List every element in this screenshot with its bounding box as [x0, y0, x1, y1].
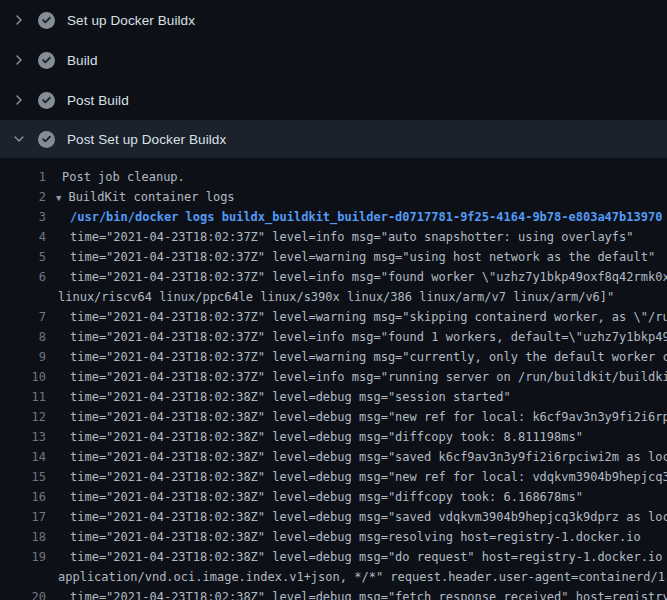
- log-line-number[interactable]: 2: [0, 187, 46, 207]
- log-line: 10time="2021-04-23T18:02:37Z" level=info…: [0, 367, 667, 387]
- log-line-text: linux/riscv64 linux/ppc64le linux/s390x …: [46, 287, 614, 307]
- log-line: 2▼BuildKit container logs: [0, 187, 667, 207]
- log-line-number[interactable]: 12: [0, 407, 46, 427]
- check-circle-icon: [38, 92, 55, 109]
- log-line: application/vnd.oci.image.index.v1+json,…: [0, 567, 667, 587]
- step-row[interactable]: Post Build: [0, 80, 667, 120]
- log-line-text: application/vnd.oci.image.index.v1+json,…: [46, 567, 667, 587]
- log-line: 11time="2021-04-23T18:02:38Z" level=debu…: [0, 387, 667, 407]
- log-line-number[interactable]: 9: [0, 347, 46, 367]
- log-line-text: time="2021-04-23T18:02:37Z" level=warnin…: [46, 307, 667, 327]
- log-line-number[interactable]: 8: [0, 327, 46, 347]
- log-line-text: ▼BuildKit container logs: [46, 187, 235, 207]
- log-line-number[interactable]: 4: [0, 227, 46, 247]
- log-line-text: time="2021-04-23T18:02:38Z" level=debug …: [46, 527, 641, 547]
- step-label: Build: [67, 53, 98, 68]
- log-line-text: time="2021-04-23T18:02:38Z" level=debug …: [46, 427, 583, 447]
- log-line-text: time="2021-04-23T18:02:37Z" level=warnin…: [46, 247, 655, 267]
- log-line-number[interactable]: 1: [0, 167, 46, 187]
- log-line-text: time="2021-04-23T18:02:38Z" level=debug …: [46, 587, 667, 600]
- check-circle-icon: [38, 12, 55, 29]
- group-title: BuildKit container logs: [68, 190, 234, 204]
- log-area: 1Post job cleanup.2▼BuildKit container l…: [0, 158, 667, 600]
- log-line: 4time="2021-04-23T18:02:37Z" level=info …: [0, 227, 667, 247]
- chevron-down-icon[interactable]: [11, 131, 27, 147]
- log-line-number[interactable]: 5: [0, 247, 46, 267]
- log-line-number[interactable]: 11: [0, 387, 46, 407]
- log-line-text: time="2021-04-23T18:02:38Z" level=debug …: [46, 547, 667, 567]
- log-line: 1Post job cleanup.: [0, 167, 667, 187]
- check-circle-icon: [38, 131, 55, 148]
- group-toggle-icon[interactable]: ▼: [56, 193, 61, 203]
- log-line-number[interactable]: 13: [0, 427, 46, 447]
- log-line: 5time="2021-04-23T18:02:37Z" level=warni…: [0, 247, 667, 267]
- log-line-number[interactable]: 15: [0, 467, 46, 487]
- log-line: 18time="2021-04-23T18:02:38Z" level=debu…: [0, 527, 667, 547]
- log-line-text: Post job cleanup.: [46, 167, 185, 187]
- log-line: 13time="2021-04-23T18:02:38Z" level=debu…: [0, 427, 667, 447]
- log-line-text: time="2021-04-23T18:02:38Z" level=debug …: [46, 467, 667, 487]
- log-line-number[interactable]: 17: [0, 507, 46, 527]
- log-line-text: time="2021-04-23T18:02:37Z" level=info m…: [46, 367, 667, 387]
- log-line: 12time="2021-04-23T18:02:38Z" level=debu…: [0, 407, 667, 427]
- log-line: 3/usr/bin/docker logs buildx_buildkit_bu…: [0, 207, 667, 227]
- log-line-text: time="2021-04-23T18:02:37Z" level=warnin…: [46, 347, 667, 367]
- log-line-number[interactable]: 3: [0, 207, 46, 227]
- log-line: 20time="2021-04-23T18:02:38Z" level=debu…: [0, 587, 667, 600]
- log-line-text: time="2021-04-23T18:02:38Z" level=debug …: [46, 407, 667, 427]
- log-line: 7time="2021-04-23T18:02:37Z" level=warni…: [0, 307, 667, 327]
- log-line-text: time="2021-04-23T18:02:38Z" level=debug …: [46, 387, 511, 407]
- chevron-right-icon[interactable]: [11, 92, 27, 108]
- log-line-text: time="2021-04-23T18:02:37Z" level=info m…: [46, 327, 667, 347]
- log-line-number[interactable]: 14: [0, 447, 46, 467]
- log-line: 6time="2021-04-23T18:02:37Z" level=info …: [0, 267, 667, 287]
- log-line-number[interactable]: [0, 567, 46, 587]
- step-row[interactable]: Set up Docker Buildx: [0, 0, 667, 40]
- log-line-text: time="2021-04-23T18:02:37Z" level=info m…: [46, 267, 667, 287]
- log-line: linux/riscv64 linux/ppc64le linux/s390x …: [0, 287, 667, 307]
- log-line-number[interactable]: 10: [0, 367, 46, 387]
- log-line: 17time="2021-04-23T18:02:38Z" level=debu…: [0, 507, 667, 527]
- step-row[interactable]: Post Set up Docker Buildx: [0, 120, 667, 158]
- log-line: 14time="2021-04-23T18:02:38Z" level=debu…: [0, 447, 667, 467]
- log-line-number[interactable]: 16: [0, 487, 46, 507]
- step-row[interactable]: Build: [0, 40, 667, 80]
- log-line: 9time="2021-04-23T18:02:37Z" level=warni…: [0, 347, 667, 367]
- log-command-text: /usr/bin/docker logs buildx_buildkit_bui…: [46, 207, 662, 227]
- chevron-right-icon[interactable]: [11, 12, 27, 28]
- log-line-text: time="2021-04-23T18:02:38Z" level=debug …: [46, 507, 667, 527]
- log-line-text: time="2021-04-23T18:02:37Z" level=info m…: [46, 227, 634, 247]
- check-circle-icon: [38, 52, 55, 69]
- log-line: 19time="2021-04-23T18:02:38Z" level=debu…: [0, 547, 667, 567]
- log-line-number[interactable]: 18: [0, 527, 46, 547]
- log-line: 15time="2021-04-23T18:02:38Z" level=debu…: [0, 467, 667, 487]
- step-label: Post Build: [67, 93, 129, 108]
- step-label: Set up Docker Buildx: [67, 13, 195, 28]
- log-line-number[interactable]: 7: [0, 307, 46, 327]
- log-line-number[interactable]: 19: [0, 547, 46, 567]
- log-line-text: time="2021-04-23T18:02:38Z" level=debug …: [46, 487, 583, 507]
- step-label: Post Set up Docker Buildx: [67, 132, 226, 147]
- log-line-text: time="2021-04-23T18:02:38Z" level=debug …: [46, 447, 667, 467]
- steps-list: Set up Docker BuildxBuildPost BuildPost …: [0, 0, 667, 158]
- log-line: 16time="2021-04-23T18:02:38Z" level=debu…: [0, 487, 667, 507]
- log-line-number[interactable]: [0, 287, 46, 307]
- log-line-number[interactable]: 20: [0, 587, 46, 600]
- workflow-log-viewer: Set up Docker BuildxBuildPost BuildPost …: [0, 0, 667, 600]
- log-line-number[interactable]: 6: [0, 267, 46, 287]
- chevron-right-icon[interactable]: [11, 52, 27, 68]
- log-line: 8time="2021-04-23T18:02:37Z" level=info …: [0, 327, 667, 347]
